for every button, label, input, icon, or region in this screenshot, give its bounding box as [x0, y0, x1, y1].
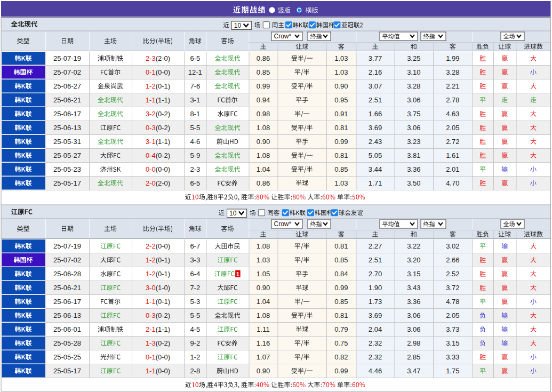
- svg-text:2.01: 2.01: [446, 165, 459, 173]
- svg-text:2.51: 2.51: [369, 256, 382, 264]
- svg-text:0-1: 0-1: [146, 353, 156, 361]
- svg-text:5-5: 5-5: [190, 124, 200, 132]
- svg-text:0.81: 0.81: [334, 311, 348, 319]
- svg-text:(0-1): (0-1): [156, 270, 170, 278]
- svg-text:(0-2): (0-2): [156, 311, 170, 319]
- svg-text:0.85: 0.85: [334, 165, 348, 173]
- svg-text:0-0: 0-0: [146, 165, 156, 173]
- svg-text:0.81: 0.81: [334, 151, 348, 159]
- svg-text:25-05-28: 25-05-28: [53, 339, 81, 347]
- svg-text:0.94: 0.94: [257, 96, 270, 104]
- svg-text:3.10: 3.10: [407, 68, 420, 76]
- svg-text:7-6: 7-6: [190, 82, 200, 90]
- svg-text:0.90: 0.90: [257, 284, 270, 292]
- svg-text:3.47: 3.47: [407, 367, 420, 375]
- svg-text:10: 10: [229, 210, 237, 217]
- svg-text:3.28: 3.28: [407, 82, 420, 90]
- svg-text:0.99: 0.99: [334, 284, 348, 292]
- svg-text:1-2: 1-2: [146, 256, 156, 264]
- svg-text:1.11: 1.11: [257, 325, 269, 333]
- svg-text:3.36: 3.36: [407, 298, 420, 306]
- svg-text:12-1: 12-1: [188, 68, 202, 76]
- svg-text:3.33: 3.33: [446, 353, 459, 361]
- svg-text:1-3: 1-3: [146, 339, 156, 347]
- svg-text:1.08: 1.08: [257, 124, 270, 132]
- svg-text:0.85: 0.85: [334, 298, 348, 306]
- svg-text:25-07-19: 25-07-19: [53, 54, 81, 62]
- svg-text:0.98: 0.98: [257, 110, 270, 118]
- svg-text:1.61: 1.61: [446, 151, 459, 159]
- svg-text:3.72: 3.72: [446, 284, 459, 292]
- svg-text:0.99: 0.99: [334, 367, 348, 375]
- svg-text:1.99: 1.99: [446, 54, 459, 62]
- svg-text:2-0: 2-0: [146, 179, 156, 187]
- svg-text:3.50: 3.50: [407, 179, 420, 187]
- svg-text:1.73: 1.73: [369, 298, 382, 306]
- svg-text:4.46: 4.46: [369, 367, 382, 375]
- svg-text:0.84: 0.84: [334, 270, 348, 278]
- svg-text:0.99: 0.99: [334, 138, 348, 146]
- svg-text:(0-0): (0-0): [156, 242, 170, 250]
- svg-text:(1-1): (1-1): [156, 96, 170, 104]
- svg-text:25-05-17: 25-05-17: [53, 367, 81, 375]
- svg-text:6-7: 6-7: [190, 242, 200, 250]
- svg-text:2.98: 2.98: [407, 339, 420, 347]
- svg-text:3.73: 3.73: [446, 325, 459, 333]
- svg-text:2-2: 2-2: [146, 242, 156, 250]
- svg-text:3.15: 3.15: [446, 339, 459, 347]
- svg-text:(1-0): (1-0): [156, 284, 170, 292]
- svg-text:2.05: 2.05: [446, 124, 459, 132]
- svg-text:0.91: 0.91: [334, 110, 348, 118]
- svg-text:3.23: 3.23: [407, 138, 420, 146]
- svg-text:0.85: 0.85: [257, 68, 270, 76]
- svg-text:25-06-17: 25-06-17: [53, 298, 81, 306]
- svg-text:25-05-25: 25-05-25: [53, 353, 81, 361]
- svg-text:0.81: 0.81: [334, 242, 348, 250]
- svg-text:5.05: 5.05: [369, 151, 382, 159]
- svg-text:0.86: 0.86: [257, 54, 270, 62]
- svg-text:0.81: 0.81: [334, 124, 348, 132]
- svg-text:9-2: 9-2: [190, 339, 200, 347]
- svg-text:(0-2): (0-2): [156, 124, 170, 132]
- svg-text:(0-0): (0-0): [156, 353, 170, 361]
- svg-text:2.05: 2.05: [446, 311, 459, 319]
- svg-text:(0-0): (0-0): [156, 68, 170, 76]
- svg-text:2.51: 2.51: [369, 96, 382, 104]
- svg-text:3.22: 3.22: [407, 242, 420, 250]
- svg-text:(1-1): (1-1): [156, 325, 170, 333]
- svg-text:4-6: 4-6: [190, 138, 200, 146]
- svg-text:(0-0): (0-0): [156, 165, 170, 173]
- svg-text:0.99: 0.99: [257, 82, 270, 90]
- svg-text:25-06-01: 25-06-01: [53, 325, 81, 333]
- svg-text:5-9: 5-9: [190, 151, 200, 159]
- svg-text:0-3: 0-3: [146, 311, 156, 319]
- svg-text:7-2: 7-2: [190, 284, 200, 292]
- svg-text:4.78: 4.78: [446, 298, 459, 306]
- svg-text:25-05-23: 25-05-23: [53, 165, 81, 173]
- svg-text:3.06: 3.06: [407, 311, 420, 319]
- svg-text:0-3: 0-3: [146, 124, 156, 132]
- svg-text:3.02: 3.02: [446, 242, 459, 250]
- svg-text:1.71: 1.71: [369, 179, 382, 187]
- svg-text:0.95: 0.95: [334, 96, 348, 104]
- svg-text:2.52: 2.52: [446, 270, 459, 278]
- svg-text:25-07-02: 25-07-02: [53, 256, 81, 264]
- svg-text:25-06-27: 25-06-27: [53, 82, 81, 90]
- svg-text:5-5: 5-5: [190, 311, 200, 319]
- svg-text:1.08: 1.08: [257, 311, 270, 319]
- svg-text:2-1: 2-1: [146, 325, 156, 333]
- svg-text:3.69: 3.69: [369, 124, 382, 132]
- svg-text:1.03: 1.03: [334, 179, 348, 187]
- svg-text:(0-1): (0-1): [156, 256, 170, 264]
- svg-text:0.82: 0.82: [334, 353, 348, 361]
- svg-text:3.25: 3.25: [407, 54, 420, 62]
- svg-text:25-06-13: 25-06-13: [53, 311, 81, 319]
- svg-text:6-5: 6-5: [190, 54, 200, 62]
- svg-text:2-3: 2-3: [146, 54, 156, 62]
- svg-text:1.16: 1.16: [257, 339, 270, 347]
- svg-text:2.70: 2.70: [369, 270, 382, 278]
- svg-text:25-07-02: 25-07-02: [53, 68, 81, 76]
- svg-text:3.06: 3.06: [407, 325, 420, 333]
- svg-text:3.15: 3.15: [407, 270, 420, 278]
- svg-text:Crow*: Crow*: [274, 33, 292, 40]
